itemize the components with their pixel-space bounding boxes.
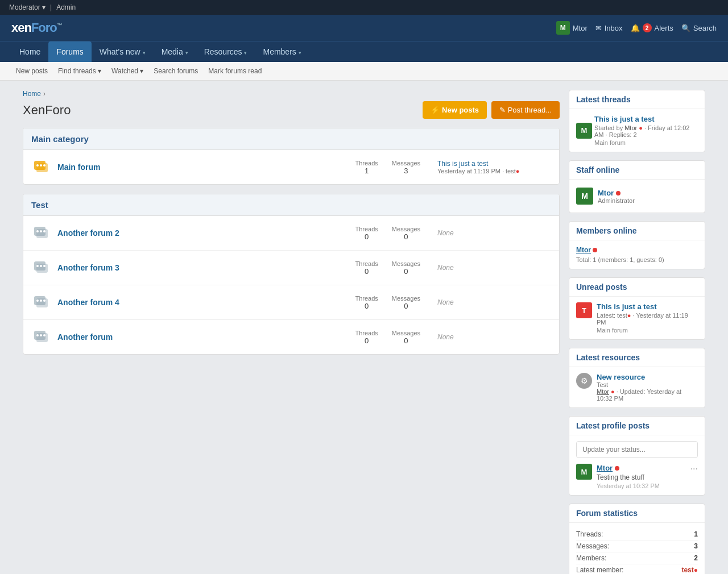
main-nav: Home Forums What's new ▾ Media ▾ Resourc… bbox=[0, 41, 728, 62]
latest-thread-title[interactable]: This is just a test bbox=[594, 115, 654, 123]
members-online-header: Members online bbox=[569, 222, 705, 240]
main-category-block: Main category Main forum Thr bbox=[23, 128, 560, 185]
svg-point-7 bbox=[36, 230, 39, 232]
staff-name-link[interactable]: Mtor bbox=[598, 189, 614, 197]
breadcrumb-home[interactable]: Home bbox=[23, 90, 41, 98]
member-online-dot bbox=[593, 248, 597, 252]
username: Mtor bbox=[573, 24, 588, 32]
forum-icon-4 bbox=[31, 292, 52, 313]
post-thread-button[interactable]: ✎ Post thread... bbox=[491, 101, 560, 119]
member-online-mtor[interactable]: Mtor bbox=[576, 246, 591, 254]
inbox-button[interactable]: ✉ Inbox bbox=[595, 24, 623, 32]
svg-point-18 bbox=[40, 300, 42, 302]
stat-messages-2: Messages 0 bbox=[392, 226, 420, 241]
forum-stats-5: Threads 0 Messages 0 bbox=[355, 330, 421, 345]
staff-info: Mtor Administrator bbox=[598, 189, 635, 204]
forum-row-5: Another forum Threads 0 Messages 0 None bbox=[23, 320, 559, 354]
forum-name-5[interactable]: Another forum bbox=[57, 332, 113, 342]
svg-point-22 bbox=[36, 334, 39, 336]
header-right: M Mtor ✉ Inbox 🔔 2 Alerts 🔍 Search bbox=[556, 21, 717, 35]
forum-latest-none-4: None bbox=[437, 298, 454, 306]
user-avatar: M bbox=[556, 21, 570, 35]
search-button[interactable]: 🔍 Search bbox=[681, 24, 717, 32]
forum-info-5: Another forum bbox=[57, 332, 350, 342]
stats-latest-member-value: test● bbox=[681, 566, 698, 574]
resource-item: ⚙ New resource Test Mtor ● · Updated: Ye… bbox=[576, 373, 698, 402]
profile-post-item: M Mtor Testing the stuff Yesterday at 10… bbox=[576, 464, 698, 489]
forum-latest-none-3: None bbox=[437, 264, 454, 272]
members-online-panel: Members online Mtor Total: 1 (members: 1… bbox=[569, 221, 705, 269]
svg-point-2 bbox=[36, 164, 39, 167]
nav-resources[interactable]: Resources ▾ bbox=[196, 41, 255, 62]
forum-name-3[interactable]: Another forum 3 bbox=[57, 263, 119, 272]
subnav-mark-read[interactable]: Mark forums read bbox=[204, 65, 266, 77]
nav-media[interactable]: Media ▾ bbox=[154, 41, 196, 62]
main-content: Home › XenForo ⚡ New posts ✎ Post thread… bbox=[23, 90, 560, 574]
admin-separator: | bbox=[50, 3, 52, 11]
svg-point-19 bbox=[43, 300, 46, 302]
profile-post-user-link[interactable]: Mtor bbox=[597, 464, 613, 472]
stats-threads-label: Threads: bbox=[576, 530, 603, 538]
svg-point-24 bbox=[43, 334, 46, 336]
bell-icon: 🔔 bbox=[631, 24, 640, 32]
nav-forums[interactable]: Forums bbox=[48, 41, 91, 62]
svg-point-17 bbox=[36, 300, 39, 302]
whats-new-arrow: ▾ bbox=[143, 50, 146, 56]
svg-point-13 bbox=[40, 265, 42, 267]
members-online-body: Mtor Total: 1 (members: 1, guests: 0) bbox=[569, 240, 705, 269]
staff-online-panel: Staff online M Mtor Administrator bbox=[569, 160, 705, 213]
nav-home[interactable]: Home bbox=[11, 41, 48, 62]
new-posts-button[interactable]: ⚡ New posts bbox=[423, 101, 487, 119]
forum-latest-meta-main: Yesterday at 11:19 PM · test● bbox=[437, 168, 551, 174]
resource-icon: ⚙ bbox=[576, 373, 592, 389]
staff-item: M Mtor Administrator bbox=[576, 185, 698, 207]
latest-thread-forum: Main forum bbox=[594, 139, 698, 146]
svg-point-4 bbox=[43, 164, 46, 167]
forum-name-main[interactable]: Main forum bbox=[57, 163, 100, 172]
members-online-total: Total: 1 (members: 1, guests: 0) bbox=[576, 256, 698, 263]
nav-whats-new[interactable]: What's new ▾ bbox=[92, 41, 154, 62]
subnav-find-threads[interactable]: Find threads ▾ bbox=[53, 65, 106, 77]
resource-category: Test bbox=[597, 381, 698, 388]
sidebar: Latest threads M This is just a test Sta… bbox=[569, 90, 705, 574]
stats-messages-label: Messages: bbox=[576, 542, 609, 550]
forum-row-3: Another forum 3 Threads 0 Messages 0 Non… bbox=[23, 251, 559, 285]
forum-latest-title-main[interactable]: This is just a test bbox=[437, 160, 488, 168]
forum-icon-2 bbox=[31, 223, 52, 243]
sub-nav: New posts Find threads ▾ Watched ▾ Searc… bbox=[0, 62, 728, 81]
inbox-label: Inbox bbox=[605, 24, 623, 32]
subnav-watched[interactable]: Watched ▾ bbox=[107, 65, 148, 77]
profile-post-more[interactable]: ··· bbox=[690, 464, 698, 489]
forum-statistics-body: Threads: 1 Messages: 3 Members: 2 Latest… bbox=[569, 523, 705, 574]
profile-post-time: Yesterday at 10:32 PM bbox=[597, 483, 686, 489]
stats-table: Threads: 1 Messages: 3 Members: 2 Latest… bbox=[576, 529, 698, 574]
staff-name: Mtor bbox=[598, 189, 635, 197]
unread-thread-title[interactable]: This is just a test bbox=[597, 302, 656, 311]
svg-point-8 bbox=[40, 230, 42, 232]
latest-profile-posts-panel: Latest profile posts M Mtor Testing the … bbox=[569, 416, 705, 496]
moderator-link[interactable]: Moderator ▾ bbox=[9, 3, 46, 11]
profile-post-online-dot bbox=[615, 466, 619, 471]
thread-author-link[interactable]: Mtor bbox=[624, 124, 637, 131]
nav-members[interactable]: Members ▾ bbox=[255, 41, 309, 62]
admin-link[interactable]: Admin bbox=[56, 3, 76, 11]
logo: xenForo™ bbox=[11, 20, 62, 35]
forum-name-4[interactable]: Another forum 4 bbox=[57, 298, 119, 307]
stat-threads-2: Threads 0 bbox=[355, 226, 378, 241]
user-menu[interactable]: M Mtor bbox=[556, 21, 588, 35]
resource-name[interactable]: New resource bbox=[597, 373, 645, 381]
forum-name-2[interactable]: Another forum 2 bbox=[57, 228, 119, 238]
profile-post-text: Testing the stuff bbox=[597, 473, 686, 481]
status-input[interactable] bbox=[576, 441, 698, 458]
alerts-button[interactable]: 🔔 2 Alerts bbox=[631, 23, 673, 32]
profile-post-content: Mtor Testing the stuff Yesterday at 10:3… bbox=[597, 464, 686, 489]
forum-statistics-panel: Forum statistics Threads: 1 Messages: 3 … bbox=[569, 504, 705, 574]
subnav-search-forums[interactable]: Search forums bbox=[149, 65, 202, 77]
resource-author-link[interactable]: Mtor bbox=[597, 388, 609, 395]
members-arrow: ▾ bbox=[299, 50, 301, 56]
latest-member-link[interactable]: test● bbox=[681, 566, 698, 574]
subnav-new-posts[interactable]: New posts bbox=[11, 65, 52, 77]
latest-threads-body: M This is just a test Started by Mtor ● … bbox=[569, 109, 705, 152]
page-title: XenForo bbox=[23, 103, 71, 118]
forum-icon-5 bbox=[31, 327, 52, 347]
